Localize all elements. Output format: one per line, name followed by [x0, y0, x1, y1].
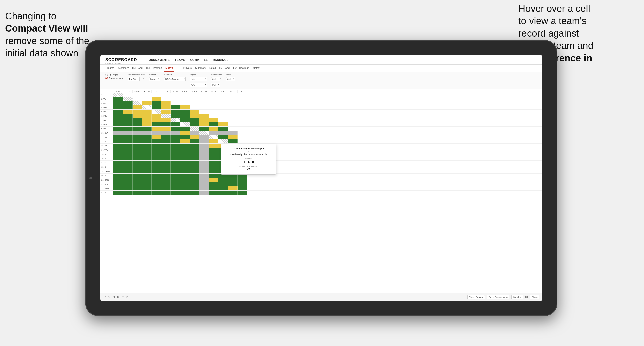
matrix-cell[interactable]: [209, 161, 218, 165]
matrix-cell[interactable]: [161, 178, 171, 182]
matrix-cell[interactable]: [180, 169, 190, 173]
matrix-cell[interactable]: [113, 152, 123, 156]
matrix-cell[interactable]: [180, 122, 190, 126]
matrix-cell[interactable]: [152, 152, 161, 156]
matrix-cell[interactable]: [209, 139, 218, 143]
matrix-cell[interactable]: [113, 110, 123, 114]
matrix-cell[interactable]: [123, 174, 133, 178]
matrix-cell[interactable]: [152, 139, 161, 143]
matrix-cell[interactable]: [113, 135, 123, 139]
matrix-cell[interactable]: [161, 114, 171, 118]
matrix-cell[interactable]: [228, 114, 238, 118]
matrix-cell[interactable]: [190, 144, 199, 148]
matrix-cell[interactable]: [123, 127, 133, 131]
matrix-cell[interactable]: [161, 97, 171, 101]
matrix-cell[interactable]: [152, 131, 161, 135]
matrix-cell[interactable]: [171, 152, 180, 156]
matrix-cell[interactable]: [142, 174, 152, 178]
matrix-cell[interactable]: [133, 101, 142, 105]
matrix-cell[interactable]: [228, 139, 238, 143]
matrix-cell[interactable]: [209, 135, 218, 139]
matrix-cell[interactable]: [238, 139, 247, 143]
matrix-cell[interactable]: [209, 131, 218, 135]
save-custom-button[interactable]: Save Custom View: [487, 295, 509, 299]
region-select[interactable]: N/A: [190, 77, 207, 81]
matrix-cell[interactable]: [209, 144, 218, 148]
matrix-cell[interactable]: [123, 93, 133, 97]
matrix-cell[interactable]: [171, 165, 180, 169]
matrix-cell[interactable]: [171, 110, 180, 114]
sub-nav-h2hgrid1[interactable]: H2H Grid: [131, 65, 144, 72]
sub-nav-detail[interactable]: Detail: [208, 65, 217, 72]
matrix-cell[interactable]: [199, 156, 209, 160]
matrix-cell[interactable]: [209, 97, 218, 101]
full-view-radio-row[interactable]: Full View: [105, 74, 124, 76]
division-select[interactable]: NCAA Division I: [164, 77, 186, 81]
matrix-cell[interactable]: [180, 118, 190, 122]
matrix-cell[interactable]: [123, 139, 133, 143]
matrix-cell[interactable]: [228, 101, 238, 105]
matrix-cell[interactable]: [152, 118, 161, 122]
share-button[interactable]: Share: [530, 295, 539, 299]
matrix-cell[interactable]: [180, 148, 190, 152]
matrix-cell[interactable]: [142, 114, 152, 118]
matrix-cell[interactable]: [190, 178, 199, 182]
matrix-cell[interactable]: [171, 191, 180, 195]
conference-select[interactable]: (All): [211, 77, 220, 81]
matrix-cell[interactable]: [228, 127, 238, 131]
matrix-cell[interactable]: [238, 97, 247, 101]
matrix-cell[interactable]: [190, 161, 199, 165]
matrix-cell[interactable]: [113, 165, 123, 169]
matrix-cell[interactable]: [133, 148, 142, 152]
matrix-cell[interactable]: [171, 186, 180, 190]
nav-teams[interactable]: TEAMS: [175, 58, 185, 64]
region-select-wrapper[interactable]: N/A: [190, 76, 207, 81]
matrix-cell[interactable]: [199, 127, 209, 131]
matrix-cell[interactable]: [238, 178, 247, 182]
matrix-cell[interactable]: [190, 110, 199, 114]
matrix-cell[interactable]: [199, 122, 209, 126]
matrix-cell[interactable]: [228, 135, 238, 139]
matrix-cell[interactable]: [133, 131, 142, 135]
matrix-cell[interactable]: [152, 178, 161, 182]
matrix-cell[interactable]: [218, 105, 228, 109]
matrix-cell[interactable]: [190, 135, 199, 139]
matrix-cell[interactable]: [142, 122, 152, 126]
matrix-cell[interactable]: [133, 144, 142, 148]
matrix-cell[interactable]: [142, 144, 152, 148]
matrix-cell[interactable]: [228, 186, 238, 190]
team-select[interactable]: (All): [226, 77, 235, 81]
matrix-cell[interactable]: [199, 182, 209, 186]
matrix-cell[interactable]: [171, 139, 180, 143]
sub-nav-h2hheatmap1[interactable]: H2H Heatmap: [145, 65, 163, 72]
matrix-cell[interactable]: [123, 101, 133, 105]
matrix-cell[interactable]: [238, 131, 247, 135]
matrix-cell[interactable]: [123, 148, 133, 152]
matrix-cell[interactable]: [228, 105, 238, 109]
matrix-cell[interactable]: [113, 139, 123, 143]
sub-nav-h2hheatmap2[interactable]: H2H Heatmap: [232, 65, 251, 72]
matrix-cell[interactable]: [238, 110, 247, 114]
matrix-cell[interactable]: [152, 127, 161, 131]
matrix-cell[interactable]: [218, 110, 228, 114]
matrix-cell[interactable]: [142, 148, 152, 152]
matrix-cell[interactable]: [218, 139, 228, 143]
matrix-cell[interactable]: [113, 186, 123, 190]
matrix-cell[interactable]: [161, 122, 171, 126]
matrix-cell[interactable]: [190, 174, 199, 178]
matrix-cell[interactable]: [123, 182, 133, 186]
matrix-cell[interactable]: [113, 191, 123, 195]
matrix-cell[interactable]: [209, 110, 218, 114]
matrix-cell[interactable]: [142, 152, 152, 156]
matrix-cell[interactable]: [171, 118, 180, 122]
matrix-cell[interactable]: [190, 182, 199, 186]
matrix-cell[interactable]: [209, 105, 218, 109]
matrix-cell[interactable]: [161, 135, 171, 139]
matrix-cell[interactable]: [123, 156, 133, 160]
matrix-cell[interactable]: [209, 186, 218, 190]
matrix-cell[interactable]: [142, 186, 152, 190]
refresh-icon[interactable]: ↺: [126, 295, 129, 299]
matrix-cell[interactable]: [209, 93, 218, 97]
matrix-cell[interactable]: [123, 131, 133, 135]
matrix-cell[interactable]: [199, 178, 209, 182]
